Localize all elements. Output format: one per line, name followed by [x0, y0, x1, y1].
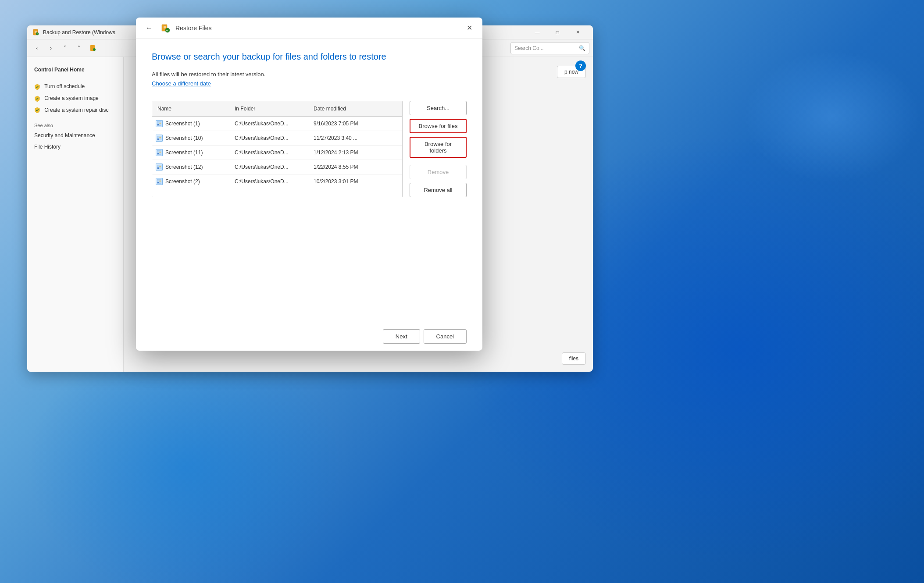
sidebar-item-control-panel-home[interactable]: Control Panel Home	[27, 64, 123, 75]
image-icon-4	[157, 179, 161, 184]
image-icon-3	[157, 165, 161, 169]
svg-point-11	[160, 137, 161, 139]
dialog-body: Browse or search your backup for files a…	[136, 39, 482, 322]
restore-files-icon	[161, 23, 170, 33]
file-cell-folder-3: C:\Users\lukas\OneD...	[231, 163, 310, 171]
backup-toolbar-icon	[89, 45, 96, 52]
dialog-title-text: Restore Files	[175, 25, 211, 32]
bg-bottom-area: files	[562, 352, 586, 365]
restore-files-dialog: ← Restore Files ✕ Browse or search your …	[136, 18, 482, 351]
table-row[interactable]: Screenshot (12) C:\Users\lukas\OneD... 1…	[152, 160, 402, 174]
up-nav-button[interactable]: ˄	[73, 42, 85, 54]
toolbar-icon	[87, 42, 99, 54]
sidebar-item-security[interactable]: Security and Maintenance	[27, 130, 123, 141]
file-icon-0	[156, 120, 163, 127]
image-icon-0	[157, 121, 161, 126]
file-cell-date-4: 10/2/2023 3:01 PM	[310, 177, 402, 186]
file-cell-folder-1: C:\Users\lukas\OneD...	[231, 134, 310, 142]
search-icon: 🔍	[579, 45, 585, 51]
dialog-footer: Next Cancel	[136, 322, 482, 351]
search-button[interactable]: Search...	[410, 101, 467, 115]
file-icon-2	[156, 149, 163, 156]
see-also-label: See also	[27, 116, 123, 130]
remove-all-button[interactable]: Remove all	[410, 183, 467, 197]
table-row[interactable]: Screenshot (1) C:\Users\lukas\OneD... 9/…	[152, 117, 402, 131]
search-placeholder: Search Co...	[514, 45, 544, 51]
svg-rect-10	[157, 139, 159, 140]
file-cell-name-1: Screenshot (10)	[152, 133, 231, 143]
remove-button[interactable]: Remove	[410, 165, 467, 179]
dialog-back-button[interactable]: ←	[143, 22, 155, 34]
dialog-close-button[interactable]: ✕	[463, 22, 475, 34]
svg-rect-7	[157, 124, 159, 125]
backup-icon	[32, 29, 39, 36]
file-cell-date-0: 9/16/2023 7:05 PM	[310, 119, 402, 128]
sidebar-item-create-repair-disc[interactable]: Create a system repair disc	[27, 104, 123, 116]
file-cell-date-3: 1/22/2024 8:55 PM	[310, 163, 402, 171]
minimize-button[interactable]: —	[527, 25, 547, 39]
svg-point-17	[160, 166, 161, 167]
file-icon-3	[156, 164, 163, 171]
svg-rect-16	[157, 167, 159, 169]
next-button[interactable]: Next	[383, 329, 420, 344]
search-bar[interactable]: Search Co... 🔍	[510, 42, 589, 54]
svg-point-1	[36, 32, 39, 35]
table-row[interactable]: Screenshot (10) C:\Users\lukas\OneD... 1…	[152, 131, 402, 146]
shield-icon-2	[34, 96, 40, 102]
file-cell-date-2: 1/12/2024 2:13 PM	[310, 148, 402, 157]
svg-rect-19	[157, 182, 159, 183]
dialog-title-left: ← Restore Files	[143, 22, 211, 34]
file-table: Name In Folder Date modified	[152, 101, 403, 197]
file-cell-name-0: Screenshot (1)	[152, 119, 231, 128]
file-cell-folder-4: C:\Users\lukas\OneD...	[231, 177, 310, 186]
choose-different-date-link[interactable]: Choose a different date	[152, 80, 211, 87]
bg-sidebar: Control Panel Home Turn off schedule Cre…	[27, 57, 124, 372]
svg-rect-13	[157, 153, 159, 154]
svg-point-3	[93, 48, 96, 51]
file-cell-name-4: Screenshot (2)	[152, 177, 231, 186]
image-icon-1	[157, 136, 161, 140]
sidebar-item-turn-off-schedule[interactable]: Turn off schedule	[27, 81, 123, 92]
dialog-heading: Browse or search your backup for files a…	[152, 51, 467, 62]
dropdown-nav-button[interactable]: ˅	[59, 42, 71, 54]
help-button[interactable]: ?	[575, 60, 586, 71]
dialog-content-area: Name In Folder Date modified	[152, 101, 467, 197]
shield-icon-3	[34, 107, 40, 113]
sidebar-item-create-system-image[interactable]: Create a system image	[27, 92, 123, 104]
maximize-button[interactable]: □	[547, 25, 567, 39]
close-window-button[interactable]: ✕	[567, 25, 588, 39]
svg-point-8	[160, 123, 161, 124]
cancel-button[interactable]: Cancel	[424, 329, 467, 344]
col-header-date: Date modified	[310, 104, 402, 114]
table-row[interactable]: Screenshot (2) C:\Users\lukas\OneD... 10…	[152, 174, 402, 188]
forward-nav-button[interactable]: ›	[45, 42, 57, 54]
browse-folders-button[interactable]: Browse for folders	[410, 137, 467, 158]
svg-point-20	[160, 181, 161, 182]
window-controls: — □ ✕	[527, 25, 588, 39]
svg-point-14	[160, 152, 161, 153]
table-row[interactable]: Screenshot (11) C:\Users\lukas\OneD... 1…	[152, 146, 402, 160]
file-cell-date-1: 11/27/2023 3:40 ...	[310, 134, 402, 142]
file-cell-name-2: Screenshot (11)	[152, 148, 231, 157]
bg-bottom-button[interactable]: files	[562, 352, 586, 365]
file-icon-4	[156, 178, 163, 185]
back-nav-button[interactable]: ‹	[31, 42, 43, 54]
dialog-subtext: All files will be restored to their late…	[152, 71, 467, 78]
sidebar-item-file-history[interactable]: File History	[27, 141, 123, 153]
shield-icon-1	[34, 84, 40, 90]
file-cell-folder-0: C:\Users\lukas\OneD...	[231, 119, 310, 128]
file-icon-1	[156, 135, 163, 142]
image-icon-2	[157, 150, 161, 155]
dialog-titlebar: ← Restore Files ✕	[136, 18, 482, 39]
file-table-header: Name In Folder Date modified	[152, 101, 402, 117]
right-panel: Search... Browse for files Browse for fo…	[410, 101, 467, 197]
file-cell-folder-2: C:\Users\lukas\OneD...	[231, 148, 310, 157]
col-header-folder: In Folder	[231, 104, 310, 114]
browse-files-button[interactable]: Browse for files	[410, 119, 467, 133]
col-header-name: Name	[152, 104, 231, 114]
file-cell-name-3: Screenshot (12)	[152, 162, 231, 172]
